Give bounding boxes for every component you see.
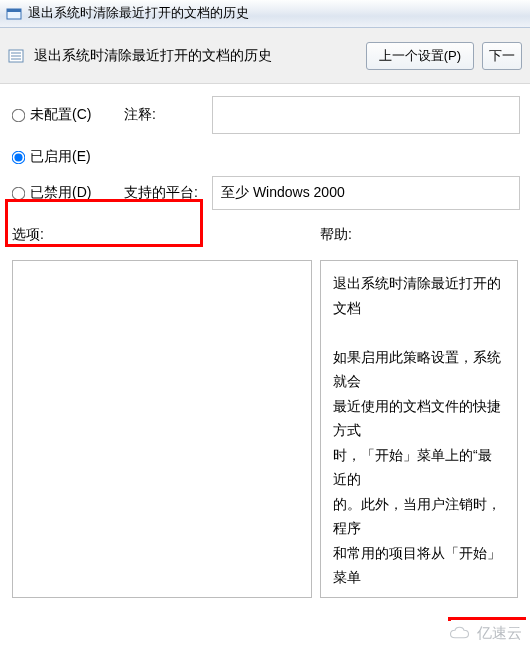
radio-not-configured[interactable] (12, 108, 26, 122)
platform-label: 支持的平台: (124, 184, 212, 202)
comment-label: 注释: (124, 106, 212, 124)
next-setting-button[interactable]: 下一 (482, 42, 522, 70)
content-area: 未配置(C) 注释: 已启用(E) 已禁用(D) 支持的平台: 至少 Windo… (0, 84, 530, 604)
highlight-bottom-fragment (448, 617, 526, 621)
options-panel[interactable] (12, 260, 312, 598)
radio-enabled[interactable] (12, 150, 26, 164)
platform-field: 至少 Windows 2000 (212, 176, 520, 210)
toolbar-title: 退出系统时清除最近打开的文档的历史 (34, 47, 272, 65)
radio-not-configured-label: 未配置(C) (30, 106, 91, 124)
policy-icon (8, 48, 24, 64)
svg-rect-1 (7, 9, 21, 12)
toolbar: 退出系统时清除最近打开的文档的历史 上一个设置(P) 下一 (0, 28, 530, 84)
radio-enabled-label: 已启用(E) (30, 148, 91, 166)
window-title: 退出系统时清除最近打开的文档的历史 (28, 5, 249, 22)
watermark: 亿速云 (449, 624, 522, 643)
cloud-icon (449, 626, 473, 642)
help-label: 帮助: (320, 226, 518, 244)
watermark-text: 亿速云 (477, 624, 522, 643)
window-icon (6, 6, 22, 22)
window-titlebar: 退出系统时清除最近打开的文档的历史 (0, 0, 530, 28)
options-label: 选项: (12, 226, 312, 244)
platform-value: 至少 Windows 2000 (221, 184, 345, 202)
radio-disabled-label: 已禁用(D) (30, 184, 91, 202)
comment-field[interactable] (212, 96, 520, 134)
help-panel[interactable]: 退出系统时清除最近打开的文档 如果启用此策略设置，系统就会 最近使用的文档文件的… (320, 260, 518, 598)
radio-disabled[interactable] (12, 186, 26, 200)
help-text: 退出系统时清除最近打开的文档 如果启用此策略设置，系统就会 最近使用的文档文件的… (321, 261, 517, 598)
prev-setting-button[interactable]: 上一个设置(P) (366, 42, 474, 70)
